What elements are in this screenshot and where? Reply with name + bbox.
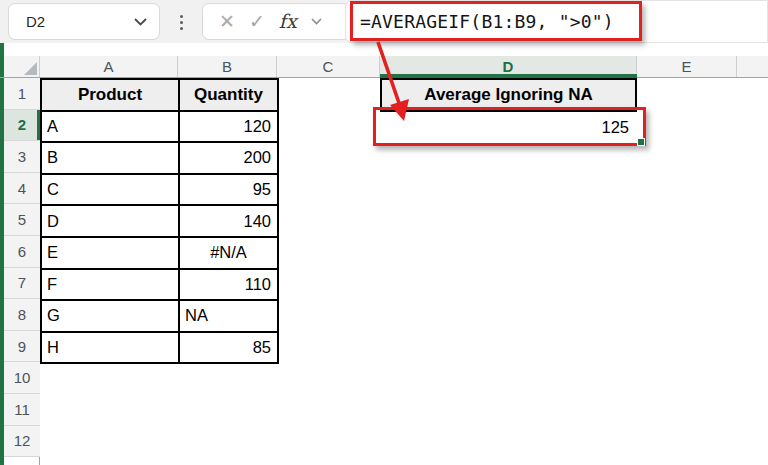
formula-highlight-annotation: =AVERAGEIF(B1:B9, ">0") xyxy=(350,1,642,41)
row-header-6[interactable]: 6 xyxy=(4,236,40,268)
formula-bar-options-icon[interactable] xyxy=(176,9,186,35)
cell-A3[interactable]: B xyxy=(42,143,180,175)
formula-text: =AVERAGEIF(B1:B9, ">0") xyxy=(353,11,614,32)
chevron-down-icon[interactable] xyxy=(134,18,147,26)
cell-A1[interactable]: Product xyxy=(42,80,180,112)
cell-B7[interactable]: 110 xyxy=(180,270,279,302)
name-box-value: D2 xyxy=(26,13,45,30)
cell-A2[interactable]: A xyxy=(42,112,180,144)
column-header-b[interactable]: B xyxy=(178,56,277,77)
cell-B3[interactable]: 200 xyxy=(180,143,279,175)
cell-A4[interactable]: C xyxy=(42,175,180,207)
formula-bar: D2 ✕ ✓ fx =AVERAGEIF(B1:B9, ">0") xyxy=(0,0,768,43)
cell-A8[interactable]: G xyxy=(42,301,180,333)
select-all-corner[interactable] xyxy=(4,56,40,77)
row-header-8[interactable]: 8 xyxy=(4,299,40,331)
cell-D1-result-header[interactable]: Average Ignoring NA xyxy=(380,78,637,112)
column-header-c[interactable]: C xyxy=(277,56,380,77)
cell-A5[interactable]: D xyxy=(42,206,180,238)
cell-D2-result-value[interactable]: 125 xyxy=(382,112,635,142)
row-header-11[interactable]: 11 xyxy=(4,394,40,426)
row-header-5[interactable]: 5 xyxy=(4,204,40,236)
insert-function-icon[interactable]: fx xyxy=(279,12,297,31)
cell-A6[interactable]: E xyxy=(42,238,180,270)
cancel-icon[interactable]: ✕ xyxy=(219,12,235,31)
column-header-f[interactable] xyxy=(737,56,768,77)
cell-B8-na-text[interactable]: NA xyxy=(180,301,279,333)
fx-chevron-down-icon[interactable] xyxy=(311,18,322,25)
cell-B5[interactable]: 140 xyxy=(180,206,279,238)
row-header-10[interactable]: 10 xyxy=(4,362,40,394)
column-header-a[interactable]: A xyxy=(40,56,178,77)
row-header-12[interactable]: 12 xyxy=(4,426,40,458)
row-header-1[interactable]: 1 xyxy=(4,78,40,110)
cell-A9[interactable]: H xyxy=(42,333,180,365)
cell-A7[interactable]: F xyxy=(42,270,180,302)
column-header-e[interactable]: E xyxy=(637,56,737,77)
row-header-7[interactable]: 7 xyxy=(4,268,40,300)
data-table: Product Quantity A 120 B 200 C 95 D 140 … xyxy=(40,78,279,364)
name-box[interactable]: D2 xyxy=(8,3,160,40)
fill-handle[interactable] xyxy=(637,138,645,146)
cell-B6-na-error[interactable]: #N/A xyxy=(180,238,279,270)
row-header-9[interactable]: 9 xyxy=(4,331,40,363)
cell-B4[interactable]: 95 xyxy=(180,175,279,207)
excel-window: D2 ✕ ✓ fx =AVERAGEIF(B1:B9, ">0") A B C … xyxy=(0,0,768,465)
select-all-triangle-icon xyxy=(24,62,37,75)
enter-icon[interactable]: ✓ xyxy=(249,12,265,31)
row-header-4[interactable]: 4 xyxy=(4,173,40,205)
row-headers: 1 2 3 4 5 6 7 8 9 10 11 12 xyxy=(4,78,40,465)
row-header-2-selected[interactable]: 2 xyxy=(4,110,40,142)
formula-toolbar: ✕ ✓ fx xyxy=(202,3,350,40)
cell-B1[interactable]: Quantity xyxy=(180,80,279,112)
cell-B2[interactable]: 120 xyxy=(180,112,279,144)
row-header-3[interactable]: 3 xyxy=(4,141,40,173)
cell-B9[interactable]: 85 xyxy=(180,333,279,365)
